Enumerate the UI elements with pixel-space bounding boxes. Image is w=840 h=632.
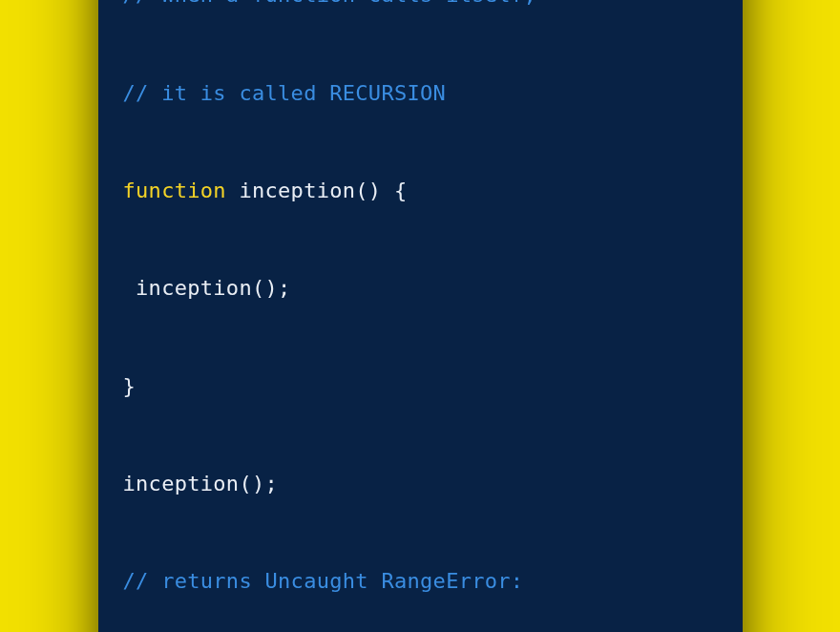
code-token-punctuation: (); bbox=[239, 472, 278, 495]
code-content: // When a function calls itself, // it i… bbox=[123, 0, 718, 632]
code-line: // returns Uncaught RangeError: bbox=[123, 565, 718, 598]
code-token-punctuation: (); bbox=[252, 276, 291, 300]
code-token-indent bbox=[123, 276, 136, 300]
code-token-comment: // it is called RECURSION bbox=[123, 81, 447, 105]
code-line: // it is called RECURSION bbox=[123, 77, 718, 110]
code-token-space bbox=[226, 179, 240, 202]
code-line: } bbox=[123, 370, 718, 403]
code-line: inception(); bbox=[123, 272, 718, 305]
code-token-comment: // returns Uncaught RangeError: bbox=[123, 569, 524, 593]
code-token-function-name: inception bbox=[123, 472, 240, 495]
code-line: function inception() { bbox=[123, 175, 718, 207]
code-line: inception(); bbox=[123, 468, 718, 500]
code-line: // When a function calls itself, bbox=[123, 0, 718, 12]
code-token-keyword: function bbox=[123, 179, 226, 202]
code-window: // When a function calls itself, // it i… bbox=[98, 0, 743, 632]
code-token-comment: // When a function calls itself, bbox=[123, 0, 536, 7]
code-token-function-name: inception bbox=[239, 179, 355, 202]
code-token-function-name: inception bbox=[136, 276, 252, 300]
code-token-punctuation: () { bbox=[355, 179, 407, 202]
code-token-punctuation: } bbox=[123, 374, 136, 398]
